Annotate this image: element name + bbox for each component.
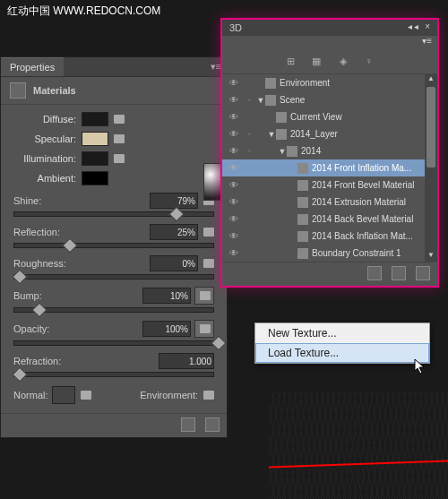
filter-material-icon[interactable]: ◈ [337,56,349,68]
ambient-swatch[interactable] [82,171,108,185]
refraction-slider[interactable] [13,372,214,377]
delete-icon[interactable] [416,266,430,280]
scroll-down-icon[interactable]: ▼ [425,251,437,262]
3d-scene-tree: 👁 Environment 👁 ▫ ▼ Scene 👁 Current View… [222,74,437,262]
visibility-icon[interactable]: 👁 [226,129,242,139]
visibility-icon[interactable]: 👁 [226,78,242,88]
normal-texture-icon[interactable] [81,391,91,400]
tree-item[interactable]: 👁 ▫ ▼ 2014_Layer [222,125,437,142]
tree-item[interactable]: 👁 ▫ ▼ Scene [222,91,437,108]
visibility-icon[interactable]: 👁 [226,248,242,258]
tree-item-label: 2014 Back Bevel Material [312,214,413,224]
specular-swatch[interactable] [82,132,108,146]
tree-item[interactable]: 👁 Current View [222,108,437,125]
tree-item-label: 2014 Front Inflation Ma... [312,163,411,173]
visibility-icon[interactable]: 👁 [226,180,242,190]
watermark-text: 红动中国 WWW.REDOCN.COM [7,4,160,19]
tree-item-label: Current View [290,112,342,122]
tree-item[interactable]: 👁 2014 Front Bevel Material [222,176,437,194]
visibility-icon[interactable]: 👁 [226,197,242,207]
filter-light-icon[interactable]: ♀ [363,56,375,68]
slider-thumb[interactable] [211,336,227,351]
scroll-thumb[interactable] [426,87,435,168]
refraction-label: Refraction: [13,356,61,366]
slider-thumb[interactable] [13,367,28,383]
reset-icon[interactable] [181,417,195,432]
panel-menu-icon[interactable]: ▾≡ [422,36,432,46]
diffuse-label: Diffuse: [13,114,76,125]
collapse-icon[interactable]: ◂◂ × [408,22,432,31]
tree-item-label: 2014 Extrusion Material [312,197,406,207]
mat-icon [297,231,308,242]
specular-label: Specular: [13,133,76,144]
menu-item[interactable]: New Texture... [255,323,429,343]
cam-icon [276,112,287,123]
materials-title: Materials [33,85,76,96]
environment-label: Environment: [140,390,198,400]
tree-item[interactable]: 👁 2014 Back Bevel Material [222,211,437,228]
mouse-cursor-icon [414,358,426,374]
filter-mesh-icon[interactable]: ▦ [310,56,323,68]
specular-texture-icon[interactable] [114,134,125,143]
bump-input[interactable] [142,288,191,304]
tree-scrollbar[interactable]: ▲ ▼ [425,74,437,262]
visibility-icon[interactable]: 👁 [226,214,242,224]
3d-panel-title[interactable]: 3D [229,22,242,33]
extra-toggle[interactable]: ▫ [242,146,256,156]
expand-arrow-icon[interactable]: ▼ [267,130,276,139]
tree-item[interactable]: 👁 2014 Back Inflation Mat... [222,228,437,245]
diffuse-texture-icon[interactable] [114,115,125,124]
bump-slider[interactable] [13,307,214,313]
normal-dropdown[interactable] [52,386,75,404]
opacity-input[interactable] [142,321,191,337]
slider-thumb[interactable] [169,207,185,222]
filter-scene-icon[interactable]: ⊞ [284,56,297,68]
tree-item[interactable]: 👁 Environment [222,74,437,91]
reflection-texture-icon[interactable] [203,228,214,237]
illumination-texture-icon[interactable] [114,154,125,163]
render-icon[interactable] [392,266,406,280]
reflection-label: Reflection: [13,227,60,237]
new-light-icon[interactable] [367,266,382,280]
roughness-slider[interactable] [13,274,214,280]
shine-slider[interactable] [13,211,214,217]
opacity-texture-button[interactable] [194,320,214,338]
expand-arrow-icon[interactable]: ▼ [256,96,265,105]
roughness-texture-icon[interactable] [203,259,214,268]
reflection-input[interactable] [150,224,198,240]
bump-texture-button[interactable] [194,287,214,305]
visibility-icon[interactable]: 👁 [226,146,242,156]
folder-icon [200,324,211,333]
scroll-up-icon[interactable]: ▲ [425,74,437,85]
visibility-icon[interactable]: 👁 [226,112,242,122]
visibility-icon[interactable]: 👁 [226,163,242,173]
tree-item[interactable]: 👁 2014 Extrusion Material [222,194,437,211]
slider-thumb[interactable] [13,270,28,285]
tree-item[interactable]: 👁 ▫ ▼ 2014 [222,142,437,159]
tree-item-label: 2014 [301,146,321,156]
tree-item-label: Boundary Constraint 1 [312,248,401,258]
roughness-input[interactable] [150,255,198,271]
extra-toggle[interactable]: ▫ [242,129,256,139]
menu-item[interactable]: Load Texture... [255,343,429,363]
slider-thumb[interactable] [32,303,47,318]
extra-toggle[interactable]: ▫ [242,95,256,105]
mat-icon [297,163,308,174]
properties-tab[interactable]: Properties [1,57,64,76]
diffuse-swatch[interactable] [82,112,108,126]
expand-arrow-icon[interactable]: ▼ [278,147,287,156]
refraction-input[interactable] [159,353,214,369]
opacity-slider[interactable] [13,340,214,346]
visibility-icon[interactable]: 👁 [226,231,242,241]
tree-item[interactable]: 👁 Boundary Constraint 1 [222,245,437,262]
slider-thumb[interactable] [62,238,77,254]
illumination-swatch[interactable] [82,151,108,166]
reflection-slider[interactable] [13,243,214,248]
text-icon [287,146,297,157]
trash-icon[interactable] [205,417,220,432]
environment-texture-icon[interactable] [203,391,214,400]
tree-item[interactable]: 👁 2014 Front Inflation Ma... [222,159,437,176]
tree-item-label: Environment [280,78,330,88]
visibility-icon[interactable]: 👁 [226,95,242,105]
shine-input[interactable] [150,193,198,209]
